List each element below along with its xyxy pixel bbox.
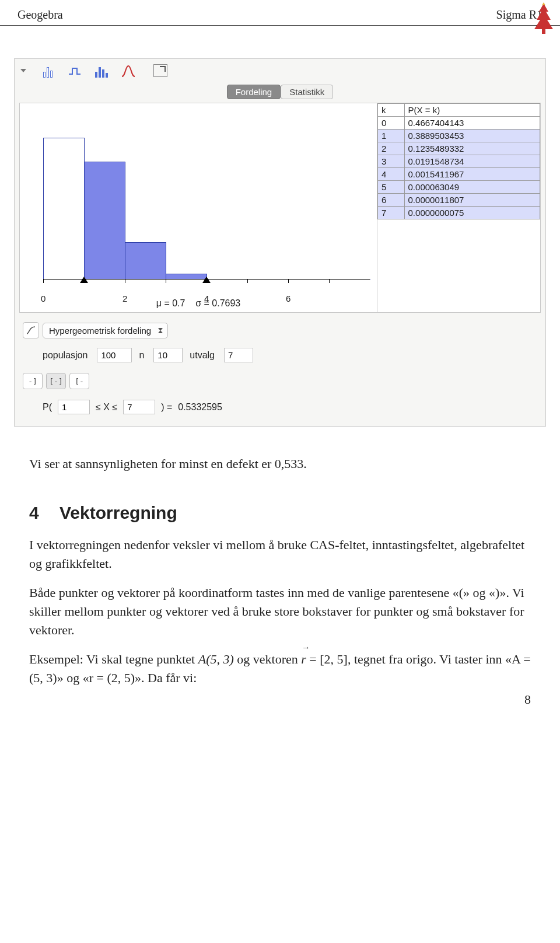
probability-table: k P(X = k) 00.466740414310.388950345320.… xyxy=(377,103,540,219)
probability-chart: 0246 μ = 0.7 σ = 0.7693 xyxy=(20,103,377,312)
table-row[interactable]: 40.0015411967 xyxy=(378,168,540,181)
bar-2 xyxy=(125,242,166,280)
tree-icon xyxy=(531,2,556,39)
svg-marker-2 xyxy=(542,2,545,5)
mu-label: μ = 0.7 xyxy=(156,298,186,308)
n-label: n xyxy=(139,350,144,361)
interval-both-button[interactable]: [-] xyxy=(46,373,66,389)
cumulative-toggle-icon[interactable] xyxy=(23,322,39,338)
prob-close: ) = xyxy=(161,402,172,413)
range-marker-right[interactable] xyxy=(202,277,211,283)
header-left: Geogebra xyxy=(18,8,63,22)
table-row[interactable]: 60.0000011807 xyxy=(378,194,540,207)
table-row[interactable]: 70.0000000075 xyxy=(378,207,540,219)
populasjon-input[interactable] xyxy=(97,348,132,362)
utvalg-input[interactable] xyxy=(224,348,253,362)
sigma-label: σ = 0.7693 xyxy=(195,298,240,308)
tab-statistikk[interactable]: Statistikk xyxy=(281,85,333,99)
col-p: P(X = k) xyxy=(404,104,540,117)
populasjon-label: populasjon xyxy=(43,350,88,361)
table-row[interactable]: 00.4667404143 xyxy=(378,117,540,130)
bar-0 xyxy=(43,138,85,280)
paragraph-3: Både punkter og vektorer på koordinatfor… xyxy=(29,584,531,640)
table-row[interactable]: 50.000063049 xyxy=(378,181,540,194)
range-marker-left[interactable] xyxy=(80,277,88,283)
toolbar xyxy=(17,61,543,82)
table-row[interactable]: 10.3889503453 xyxy=(378,130,540,142)
page-number: 8 xyxy=(524,692,531,707)
step-icon[interactable] xyxy=(67,64,82,78)
table-row[interactable]: 20.1235489332 xyxy=(378,142,540,155)
paragraph-1: Vi ser at sannsynligheten for minst en d… xyxy=(29,455,531,473)
paragraph-4: Eksempel: Vi skal tegne punktet A(5, 3) … xyxy=(29,650,531,687)
n-input[interactable] xyxy=(153,348,183,362)
table-row[interactable]: 30.0191548734 xyxy=(378,155,540,168)
distribution-select[interactable]: Hypergeometrisk fordeling xyxy=(43,323,168,338)
prob-result: 0.5332595 xyxy=(178,402,222,413)
histogram-outline-icon[interactable] xyxy=(40,64,55,78)
prob-lower-input[interactable] xyxy=(58,400,90,414)
bar-1 xyxy=(84,162,125,280)
utvalg-label: utvalg xyxy=(190,350,215,361)
interval-left-button[interactable]: -] xyxy=(23,373,43,389)
histogram-filled-icon[interactable] xyxy=(94,64,109,78)
section-heading: 4Vektorregning xyxy=(29,500,531,526)
prob-mid: ≤ X ≤ xyxy=(96,402,117,413)
geogebra-screenshot: Fordeling Statistikk 0246 μ = 0.7 σ = 0.… xyxy=(14,58,546,427)
normal-curve-icon[interactable] xyxy=(121,64,136,78)
svg-rect-1 xyxy=(542,29,545,34)
prob-prefix: P( xyxy=(43,402,52,413)
paragraph-2: I vektorregningen nedenfor veksler vi me… xyxy=(29,536,531,573)
tab-fordeling[interactable]: Fordeling xyxy=(227,85,281,99)
col-k: k xyxy=(378,104,405,117)
popout-icon[interactable] xyxy=(153,64,167,77)
prob-upper-input[interactable] xyxy=(123,400,155,414)
svg-marker-0 xyxy=(534,4,553,29)
menu-dropdown-icon[interactable] xyxy=(20,69,26,72)
interval-right-button[interactable]: [- xyxy=(69,373,89,389)
